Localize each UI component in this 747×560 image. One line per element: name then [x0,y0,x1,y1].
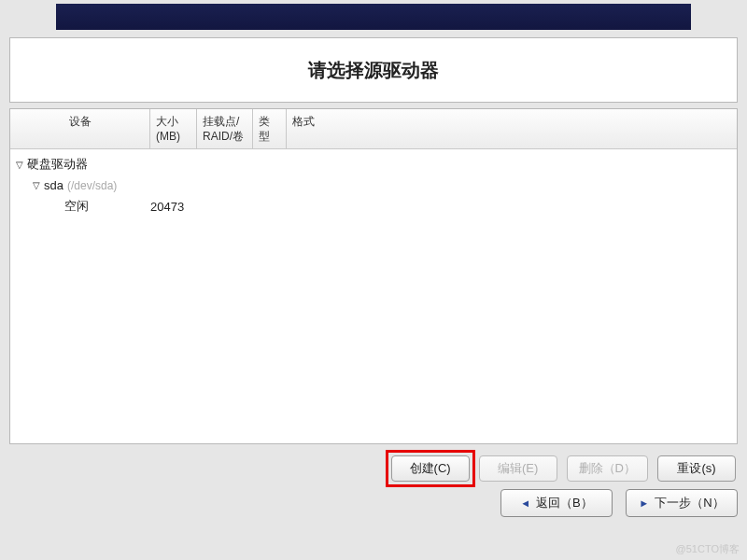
col-type[interactable]: 类型 [253,109,287,148]
tree-row-harddrives[interactable]: ▽ 硬盘驱动器 [10,153,737,175]
back-button[interactable]: 返回（B） [500,489,613,517]
arrow-right-icon [639,497,649,511]
free-size: 20473 [150,200,184,214]
col-format[interactable]: 格式 [287,109,320,148]
chevron-down-icon[interactable]: ▽ [14,160,25,170]
nav-bar: 返回（B） 下一步（N） [9,489,738,517]
col-size[interactable]: 大小 (MB) [150,109,197,148]
tree-path-sda: (/dev/sda) [67,179,117,192]
col-device[interactable]: 设备 [10,109,150,148]
table-header-row: 设备 大小 (MB) 挂载点/ RAID/卷 类型 格式 [10,109,737,149]
col-mount[interactable]: 挂载点/ RAID/卷 [197,109,253,148]
title-panel: 请选择源驱动器 [9,37,738,103]
delete-button: 删除（D） [567,455,648,482]
tree-label-sda: sda [44,178,63,192]
partition-table-panel: 设备 大小 (MB) 挂载点/ RAID/卷 类型 格式 ▽ 硬盘驱动器 ▽ s… [9,108,738,444]
free-label: 空闲 [64,198,150,215]
watermark: @51CTO博客 [676,542,740,556]
back-button-label: 返回（B） [536,495,593,511]
page-title: 请选择源驱动器 [308,58,439,83]
tree-row-free[interactable]: 空闲 20473 [10,195,737,217]
next-button-label: 下一步（N） [655,495,724,511]
edit-button: 编辑(E) [479,455,557,482]
reset-button[interactable]: 重设(s) [657,455,736,482]
create-button[interactable]: 创建(C) [391,455,470,482]
next-button[interactable]: 下一步（N） [626,489,738,517]
tree-label-harddrives: 硬盘驱动器 [27,156,88,173]
chevron-down-icon[interactable]: ▽ [31,180,42,190]
arrow-left-icon [520,497,530,511]
table-body[interactable]: ▽ 硬盘驱动器 ▽ sda (/dev/sda) 空闲 20473 [10,149,737,443]
action-bar: 创建(C) 编辑(E) 删除（D） 重设(s) [9,450,738,483]
top-banner [56,4,691,30]
tree-row-sda[interactable]: ▽ sda (/dev/sda) [10,175,737,195]
